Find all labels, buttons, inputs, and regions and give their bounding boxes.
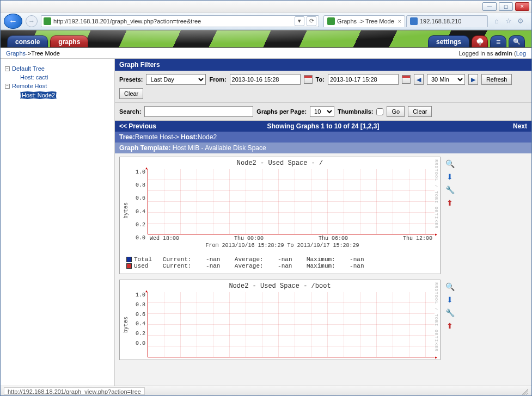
tree-leaf-cacti[interactable]: Host: cacti bbox=[5, 73, 110, 82]
to-date-input[interactable] bbox=[328, 74, 399, 85]
tree-node-label[interactable]: Remote Host bbox=[12, 83, 47, 89]
list-mode-icon[interactable] bbox=[490, 35, 506, 47]
window-close-button[interactable]: ✕ bbox=[515, 2, 529, 11]
favorites-icon[interactable]: ☆ bbox=[504, 17, 513, 26]
nav-forward-button[interactable]: → bbox=[26, 15, 38, 27]
pager-next-link[interactable]: Next bbox=[513, 122, 527, 130]
shift-left-button[interactable]: ◀ bbox=[414, 74, 424, 85]
window-resize-grip[interactable] bbox=[521, 387, 528, 395]
refresh-button[interactable]: Refresh bbox=[481, 74, 512, 85]
tree-node-label[interactable]: Default Tree bbox=[12, 65, 45, 72]
presets-label: Presets: bbox=[119, 76, 143, 83]
graph-template-row: Graph Template: Host MIB - Available Dis… bbox=[115, 143, 531, 153]
reload-button[interactable]: ⟳ bbox=[307, 16, 316, 26]
legend-swatch-used bbox=[126, 263, 132, 269]
graph-title: Node2 - Used Space - /boot bbox=[120, 280, 440, 292]
shift-right-button[interactable]: ▶ bbox=[468, 74, 478, 85]
graph-title: Node2 - Used Space - / bbox=[120, 157, 440, 169]
gpp-select[interactable]: 10 bbox=[310, 106, 334, 117]
tab-favicon bbox=[327, 17, 335, 25]
thumbnails-label: Thumbnails: bbox=[338, 108, 373, 115]
pager-previous-link[interactable]: << Previous bbox=[119, 122, 156, 130]
logout-link[interactable]: Log bbox=[516, 50, 526, 57]
tree-leaf-node2[interactable]: Host: Node2 bbox=[5, 90, 110, 100]
login-username: admin bbox=[495, 50, 512, 57]
nav-back-button[interactable]: ← bbox=[4, 14, 22, 29]
graph-row: RRDTOOL / TOBI OETIKER Node2 - Used Spac… bbox=[119, 157, 527, 274]
legend-swatch-total bbox=[126, 257, 132, 262]
preview-mode-icon[interactable] bbox=[509, 35, 525, 47]
zoom-icon[interactable]: 🔍 bbox=[445, 282, 455, 292]
url-dropdown-button[interactable]: ▾ bbox=[295, 16, 304, 26]
gpp-label: Graphs per Page: bbox=[256, 108, 307, 115]
clear-top-button[interactable]: Clear bbox=[119, 88, 143, 99]
main-content: Graph Filters Presets: Last Day From: To… bbox=[115, 59, 531, 387]
tree-node-label[interactable]: Host: cacti bbox=[20, 74, 48, 81]
filters-header: Graph Filters bbox=[115, 59, 531, 71]
from-date-input[interactable] bbox=[230, 74, 301, 85]
pager-bar: << Previous Showing Graphs 1 to 10 of 24… bbox=[115, 121, 531, 132]
graph-tool-column: 🔍 ⬇ 🔧 ⬆ bbox=[445, 157, 455, 274]
rrdtool-watermark: RRDTOOL / TOBI OETIKER bbox=[434, 282, 439, 352]
thumbnails-checkbox[interactable] bbox=[376, 108, 383, 115]
graph-card: RRDTOOL / TOBI OETIKER Node2 - Used Spac… bbox=[119, 280, 441, 360]
nav-tab-graphs[interactable]: graphs bbox=[50, 35, 88, 47]
rrdtool-watermark: RRDTOOL / TOBI OETIKER bbox=[434, 159, 439, 229]
csv-export-icon[interactable]: ⬇ bbox=[445, 295, 455, 305]
tree-node-label[interactable]: Host: Node2 bbox=[22, 92, 55, 98]
wrench-icon[interactable]: 🔧 bbox=[445, 185, 455, 195]
tab-title: Graphs -> Tree Mode bbox=[337, 18, 394, 24]
graph-time-range: From 2013/10/16 15:28:29 To 2013/10/17 1… bbox=[130, 242, 435, 252]
y-axis-ticks: 1.00.80.60.40.20.0 bbox=[130, 292, 145, 346]
home-icon[interactable]: ⌂ bbox=[492, 17, 501, 26]
tree-collapse-icon[interactable]: − bbox=[5, 66, 10, 71]
search-label: Search: bbox=[119, 108, 141, 115]
nav-tab-settings[interactable]: settings bbox=[428, 35, 469, 47]
tree-mode-icon[interactable] bbox=[472, 35, 488, 47]
browser-toolbar: ← → http://192.168.18.201/graph_view.php… bbox=[1, 13, 531, 30]
site-favicon bbox=[44, 17, 51, 25]
browser-tab-inactive[interactable]: 192.168.18.210 bbox=[406, 15, 488, 27]
window-titlebar: — ▢ ✕ bbox=[1, 1, 531, 13]
window-minimize-button[interactable]: — bbox=[482, 2, 497, 11]
graph-tool-column: 🔍 ⬇ 🔧 ⬆ bbox=[445, 280, 455, 360]
nav-tab-console[interactable]: console bbox=[7, 35, 48, 47]
tree-collapse-icon[interactable]: − bbox=[5, 84, 10, 89]
context-path: Tree:Remote Host-> Host:Node2 bbox=[115, 132, 531, 143]
filter-row-2: Search: Graphs per Page: 10 Thumbnails: … bbox=[115, 103, 531, 121]
plot-area bbox=[148, 169, 435, 234]
tree-node-default[interactable]: − Default Tree bbox=[5, 64, 110, 73]
x-axis-ticks: Wed 18:00Thu 00:00Thu 06:00Thu 12:00 bbox=[148, 234, 435, 242]
login-status: Logged in as admin (Log bbox=[458, 50, 526, 57]
from-calendar-icon[interactable] bbox=[304, 75, 313, 84]
breadcrumb-leaf: Tree Mode bbox=[31, 50, 60, 57]
y-axis-label: bytes bbox=[122, 169, 130, 252]
tree-node-remotehost[interactable]: − Remote Host bbox=[5, 82, 110, 90]
browser-tab-active[interactable]: Graphs -> Tree Mode × bbox=[323, 15, 405, 27]
csv-export-icon[interactable]: ⬇ bbox=[445, 172, 455, 182]
to-calendar-icon[interactable] bbox=[402, 75, 411, 84]
filter-row-1: Presets: Last Day From: To: ◀ 30 Min ▶ R… bbox=[115, 71, 531, 103]
browser-status-bar: http://192.168.18.201/graph_view.php?act… bbox=[1, 386, 531, 395]
page-top-icon[interactable]: ⬆ bbox=[445, 198, 455, 208]
tree-sidebar: − Default Tree Host: cacti − Remote Host… bbox=[1, 59, 115, 387]
tools-gear-icon[interactable]: ⚙ bbox=[516, 17, 525, 26]
tab-close-icon[interactable]: × bbox=[398, 18, 401, 24]
clear-button[interactable]: Clear bbox=[408, 106, 432, 117]
breadcrumb-root-link[interactable]: Graphs bbox=[6, 50, 26, 57]
tab-title: 192.168.18.210 bbox=[420, 18, 461, 24]
interval-select[interactable]: 30 Min bbox=[427, 74, 465, 85]
status-bar-url: http://192.168.18.201/graph_view.php?act… bbox=[4, 387, 145, 395]
page-top-icon[interactable]: ⬆ bbox=[445, 321, 455, 331]
presets-select[interactable]: Last Day bbox=[146, 74, 206, 85]
window-maximize-button[interactable]: ▢ bbox=[499, 2, 513, 11]
to-label: To: bbox=[316, 76, 325, 83]
zoom-icon[interactable]: 🔍 bbox=[445, 159, 455, 169]
address-bar-text[interactable]: http://192.168.18.201/graph_view.php?act… bbox=[53, 18, 292, 24]
search-input[interactable] bbox=[144, 106, 253, 117]
go-button[interactable]: Go bbox=[387, 106, 405, 117]
wrench-icon[interactable]: 🔧 bbox=[445, 308, 455, 318]
graph-list[interactable]: RRDTOOL / TOBI OETIKER Node2 - Used Spac… bbox=[115, 153, 531, 387]
address-bar[interactable]: http://192.168.18.201/graph_view.php?act… bbox=[41, 15, 319, 27]
pager-status: Showing Graphs 1 to 10 of 24 [1,2,3] bbox=[267, 122, 379, 130]
